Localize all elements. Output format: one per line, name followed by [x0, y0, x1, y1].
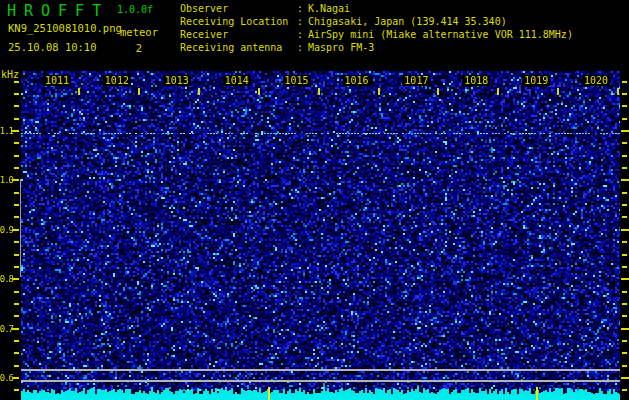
app-title: HROFFT [7, 2, 109, 20]
freq-tick-mark [12, 328, 19, 330]
freq-tick-mark-right [622, 216, 627, 218]
freq-tick-mark [12, 130, 19, 132]
freq-tick-mark-right [621, 328, 629, 330]
freq-tick-mark [14, 105, 19, 107]
time-tick-mark [138, 88, 140, 95]
freq-tick-mark-right [622, 204, 627, 206]
station-info: Observer:K.NagaiReceiving Location:Chiga… [180, 2, 573, 54]
freq-tick-mark-right [622, 291, 627, 293]
freq-tick-mark [14, 340, 19, 342]
output-filename: KN9_2510081010.png [8, 22, 122, 34]
freq-tick-label: 0.8 [0, 274, 13, 284]
freq-tick-mark [14, 266, 19, 268]
freq-tick-mark [14, 303, 19, 305]
station-info-label: Observer [180, 2, 297, 15]
freq-tick-mark [14, 241, 19, 243]
station-info-label: Receiving Location [180, 15, 297, 28]
station-info-label: Receiver [180, 28, 297, 41]
freq-tick-mark-right [622, 155, 627, 157]
station-info-row: Observer:K.Nagai [180, 2, 573, 15]
freq-tick-mark [14, 389, 19, 391]
freq-tick-label: 1.1 [0, 126, 13, 136]
time-tick-label: 1016 [343, 75, 371, 86]
freq-tick-mark [14, 254, 19, 256]
spectrogram-plot: 1011101210131014101510161017101810191020 [21, 71, 620, 400]
freq-tick-mark-right [621, 377, 629, 379]
time-tick-mark [78, 88, 80, 95]
spectrogram-noise-canvas [21, 71, 620, 400]
time-tick-mark [557, 88, 559, 95]
freq-tick-mark-right [622, 142, 627, 144]
freq-tick-mark [12, 278, 19, 280]
freq-tick-mark-right [622, 389, 627, 391]
time-tick-mark [258, 88, 260, 95]
observation-datetime: 25.10.08 10:10 [8, 41, 97, 53]
freq-tick-mark [14, 142, 19, 144]
station-info-row: Receiving antenna:Maspro FM-3 [180, 41, 573, 54]
freq-tick-mark [14, 81, 19, 83]
freq-tick-mark [14, 204, 19, 206]
freq-tick-mark-right [622, 365, 627, 367]
reference-line-lower [21, 380, 620, 382]
time-tick-label: 1013 [163, 75, 191, 86]
freq-tick-label: 0.9 [0, 225, 13, 235]
time-tick-label: 1020 [582, 75, 610, 86]
app-version: 1.0.0f [117, 4, 153, 15]
freq-tick-mark [12, 229, 19, 231]
meteor-detection-mark [536, 387, 538, 400]
station-info-row: Receiving Location:Chigasaki, Japan (139… [180, 15, 573, 28]
freq-tick-mark-right [622, 105, 627, 107]
freq-tick-mark-right [621, 179, 629, 181]
freq-tick-mark-right [622, 254, 627, 256]
station-info-value: Chigasaki, Japan (139.414 35.340) [308, 16, 507, 27]
reference-line-upper [21, 369, 620, 371]
freq-tick-mark-right [622, 315, 627, 317]
station-info-colon: : [297, 15, 308, 28]
station-info-label: Receiving antenna [180, 41, 297, 54]
time-tick-mark [318, 88, 320, 95]
station-info-row: Receiver:AirSpy mini (Miake alternative … [180, 28, 573, 41]
freq-tick-label: 0.7 [0, 324, 13, 334]
time-tick-label: 1014 [223, 75, 251, 86]
freq-tick-mark-right [622, 118, 627, 120]
freq-tick-mark [12, 179, 19, 181]
time-tick-label: 1017 [402, 75, 430, 86]
station-info-colon: : [297, 41, 308, 54]
meteor-count-value: 2 [112, 42, 166, 54]
time-tick-mark [617, 88, 619, 95]
freq-tick-mark [14, 365, 19, 367]
detection-band-marker-line [20, 179, 21, 277]
freq-tick-mark [14, 291, 19, 293]
freq-tick-mark-right [622, 352, 627, 354]
freq-tick-mark-right [622, 340, 627, 342]
freq-tick-mark-right [622, 303, 627, 305]
time-tick-label: 1018 [462, 75, 490, 86]
freq-tick-mark [14, 352, 19, 354]
station-info-value: K.Nagai [308, 3, 350, 14]
station-info-value: Maspro FM-3 [308, 42, 374, 53]
freq-tick-mark [14, 93, 19, 95]
freq-tick-mark [12, 377, 19, 379]
time-tick-label: 1015 [283, 75, 311, 86]
meteor-detection-mark [268, 387, 270, 400]
meteor-counter: meteor 2 [112, 26, 166, 54]
station-info-colon: : [297, 28, 308, 41]
freq-tick-mark-right [621, 278, 629, 280]
freq-tick-mark [14, 155, 19, 157]
time-tick-mark [497, 88, 499, 95]
station-info-value: AirSpy mini (Miake alternative VOR 111.8… [308, 29, 573, 40]
time-tick-label: 1012 [103, 75, 131, 86]
freq-tick-mark-right [621, 229, 629, 231]
freq-tick-mark-right [622, 81, 627, 83]
freq-tick-mark [14, 315, 19, 317]
freq-tick-mark-right [622, 93, 627, 95]
freq-tick-mark-right [622, 266, 627, 268]
freq-tick-mark [14, 216, 19, 218]
freq-tick-mark-right [621, 130, 629, 132]
frequency-axis-unit: kHz [1, 69, 19, 80]
meteor-counter-label: meteor [112, 26, 166, 38]
freq-tick-label: 0.6 [0, 373, 13, 383]
freq-tick-label: 1.0 [0, 175, 13, 185]
freq-tick-mark [14, 167, 19, 169]
time-tick-label: 1011 [43, 75, 71, 86]
